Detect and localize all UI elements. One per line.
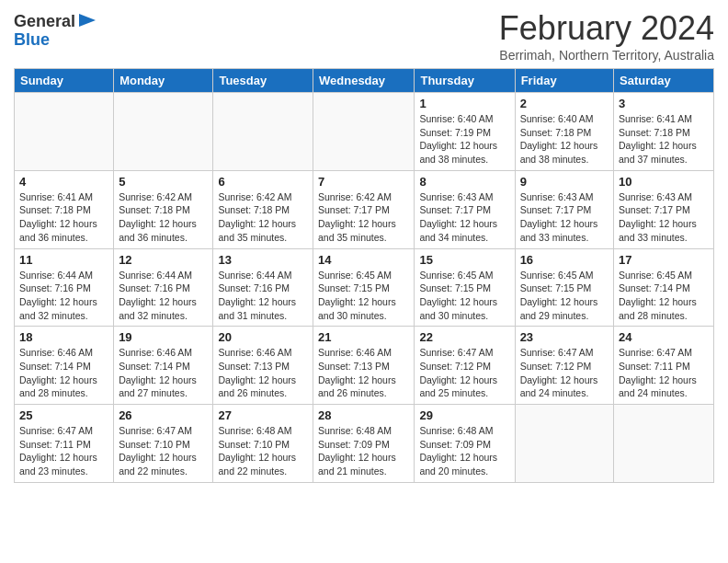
calendar-week-2: 4Sunrise: 6:41 AM Sunset: 7:18 PM Daylig… — [15, 170, 714, 248]
logo-general: General — [14, 13, 75, 31]
calendar-cell — [15, 93, 114, 171]
day-info: Sunrise: 6:41 AM Sunset: 7:18 PM Dayligh… — [619, 112, 709, 167]
day-info: Sunrise: 6:46 AM Sunset: 7:14 PM Dayligh… — [119, 346, 208, 400]
day-info: Sunrise: 6:42 AM Sunset: 7:18 PM Dayligh… — [119, 190, 208, 245]
day-info: Sunrise: 6:43 AM Sunset: 7:17 PM Dayligh… — [520, 190, 609, 245]
day-number: 16 — [520, 253, 609, 267]
calendar-cell: 15Sunrise: 6:45 AM Sunset: 7:15 PM Dayli… — [415, 248, 515, 327]
calendar-cell: 20Sunrise: 6:46 AM Sunset: 7:13 PM Dayli… — [213, 327, 313, 405]
calendar-cell: 22Sunrise: 6:47 AM Sunset: 7:12 PM Dayli… — [415, 327, 515, 405]
day-info: Sunrise: 6:48 AM Sunset: 7:09 PM Dayligh… — [318, 424, 409, 478]
day-number: 21 — [318, 330, 409, 344]
weekday-header-wednesday: Wednesday — [313, 69, 415, 93]
calendar-cell: 4Sunrise: 6:41 AM Sunset: 7:18 PM Daylig… — [15, 170, 114, 248]
day-number: 17 — [619, 253, 709, 267]
header: General Blue February 2024 Berrimah, Nor… — [14, 9, 714, 63]
calendar-cell: 11Sunrise: 6:44 AM Sunset: 7:16 PM Dayli… — [15, 248, 114, 327]
day-info: Sunrise: 6:47 AM Sunset: 7:12 PM Dayligh… — [520, 346, 609, 400]
logo-arrow-icon — [79, 14, 96, 27]
calendar-cell: 3Sunrise: 6:41 AM Sunset: 7:18 PM Daylig… — [614, 93, 714, 171]
day-info: Sunrise: 6:40 AM Sunset: 7:19 PM Dayligh… — [419, 112, 509, 167]
day-info: Sunrise: 6:45 AM Sunset: 7:15 PM Dayligh… — [318, 269, 409, 323]
calendar-cell: 14Sunrise: 6:45 AM Sunset: 7:15 PM Dayli… — [313, 248, 415, 327]
day-info: Sunrise: 6:47 AM Sunset: 7:11 PM Dayligh… — [619, 346, 709, 400]
day-info: Sunrise: 6:47 AM Sunset: 7:11 PM Dayligh… — [19, 424, 108, 478]
calendar-cell: 1Sunrise: 6:40 AM Sunset: 7:19 PM Daylig… — [415, 93, 515, 171]
calendar-week-3: 11Sunrise: 6:44 AM Sunset: 7:16 PM Dayli… — [15, 248, 714, 327]
weekday-header-monday: Monday — [114, 69, 213, 93]
day-number: 4 — [19, 175, 108, 189]
day-info: Sunrise: 6:42 AM Sunset: 7:18 PM Dayligh… — [218, 190, 308, 245]
month-title: February 2024 — [499, 9, 714, 48]
title-area: February 2024 Berrimah, Northern Territo… — [499, 9, 714, 63]
calendar-cell: 8Sunrise: 6:43 AM Sunset: 7:17 PM Daylig… — [415, 170, 515, 248]
calendar-cell — [213, 93, 313, 171]
calendar-cell: 2Sunrise: 6:40 AM Sunset: 7:18 PM Daylig… — [515, 93, 613, 171]
calendar-cell: 9Sunrise: 6:43 AM Sunset: 7:17 PM Daylig… — [515, 170, 613, 248]
day-info: Sunrise: 6:47 AM Sunset: 7:12 PM Dayligh… — [419, 346, 509, 400]
calendar-cell: 5Sunrise: 6:42 AM Sunset: 7:18 PM Daylig… — [114, 170, 213, 248]
calendar-cell: 17Sunrise: 6:45 AM Sunset: 7:14 PM Dayli… — [614, 248, 714, 327]
weekday-header-saturday: Saturday — [614, 69, 714, 93]
calendar-cell — [114, 93, 213, 171]
day-number: 25 — [19, 408, 108, 422]
calendar-cell: 10Sunrise: 6:43 AM Sunset: 7:17 PM Dayli… — [614, 170, 714, 248]
day-number: 20 — [218, 330, 308, 344]
logo-blue: Blue — [14, 31, 50, 50]
day-number: 22 — [419, 330, 509, 344]
calendar-week-5: 25Sunrise: 6:47 AM Sunset: 7:11 PM Dayli… — [15, 405, 714, 483]
calendar-cell: 27Sunrise: 6:48 AM Sunset: 7:10 PM Dayli… — [213, 405, 313, 483]
day-number: 10 — [619, 175, 709, 189]
svg-marker-0 — [79, 14, 96, 27]
calendar-cell: 16Sunrise: 6:45 AM Sunset: 7:15 PM Dayli… — [515, 248, 613, 327]
day-number: 9 — [520, 175, 609, 189]
day-number: 18 — [19, 330, 108, 344]
day-info: Sunrise: 6:45 AM Sunset: 7:15 PM Dayligh… — [520, 269, 609, 323]
day-number: 12 — [119, 253, 208, 267]
day-info: Sunrise: 6:42 AM Sunset: 7:17 PM Dayligh… — [318, 190, 409, 245]
day-number: 23 — [520, 330, 609, 344]
weekday-header-friday: Friday — [515, 69, 613, 93]
calendar-cell — [313, 93, 415, 171]
day-number: 6 — [218, 175, 308, 189]
calendar-cell: 18Sunrise: 6:46 AM Sunset: 7:14 PM Dayli… — [15, 327, 114, 405]
calendar-cell: 29Sunrise: 6:48 AM Sunset: 7:09 PM Dayli… — [415, 405, 515, 483]
day-info: Sunrise: 6:41 AM Sunset: 7:18 PM Dayligh… — [19, 190, 108, 245]
calendar-cell: 24Sunrise: 6:47 AM Sunset: 7:11 PM Dayli… — [614, 327, 714, 405]
day-info: Sunrise: 6:48 AM Sunset: 7:09 PM Dayligh… — [419, 424, 509, 478]
calendar-week-4: 18Sunrise: 6:46 AM Sunset: 7:14 PM Dayli… — [15, 327, 714, 405]
day-number: 19 — [119, 330, 208, 344]
day-number: 13 — [218, 253, 308, 267]
day-info: Sunrise: 6:43 AM Sunset: 7:17 PM Dayligh… — [619, 190, 709, 245]
day-info: Sunrise: 6:47 AM Sunset: 7:10 PM Dayligh… — [119, 424, 208, 478]
calendar-cell: 25Sunrise: 6:47 AM Sunset: 7:11 PM Dayli… — [15, 405, 114, 483]
calendar-cell — [515, 405, 613, 483]
day-info: Sunrise: 6:45 AM Sunset: 7:15 PM Dayligh… — [419, 269, 509, 323]
day-number: 15 — [419, 253, 509, 267]
calendar-cell: 23Sunrise: 6:47 AM Sunset: 7:12 PM Dayli… — [515, 327, 613, 405]
location-subtitle: Berrimah, Northern Territory, Australia — [499, 48, 714, 63]
day-info: Sunrise: 6:40 AM Sunset: 7:18 PM Dayligh… — [520, 112, 609, 167]
day-number: 5 — [119, 175, 208, 189]
calendar-week-1: 1Sunrise: 6:40 AM Sunset: 7:19 PM Daylig… — [15, 93, 714, 171]
calendar-table: SundayMondayTuesdayWednesdayThursdayFrid… — [14, 68, 714, 483]
day-number: 29 — [419, 408, 509, 422]
day-info: Sunrise: 6:46 AM Sunset: 7:13 PM Dayligh… — [218, 346, 308, 400]
day-number: 24 — [619, 330, 709, 344]
calendar-cell — [614, 405, 714, 483]
calendar-cell: 21Sunrise: 6:46 AM Sunset: 7:13 PM Dayli… — [313, 327, 415, 405]
calendar-cell: 13Sunrise: 6:44 AM Sunset: 7:16 PM Dayli… — [213, 248, 313, 327]
calendar-cell: 6Sunrise: 6:42 AM Sunset: 7:18 PM Daylig… — [213, 170, 313, 248]
day-number: 14 — [318, 253, 409, 267]
day-number: 26 — [119, 408, 208, 422]
day-info: Sunrise: 6:44 AM Sunset: 7:16 PM Dayligh… — [119, 269, 208, 323]
weekday-header-tuesday: Tuesday — [213, 69, 313, 93]
day-info: Sunrise: 6:43 AM Sunset: 7:17 PM Dayligh… — [419, 190, 509, 245]
weekday-header-sunday: Sunday — [15, 69, 114, 93]
day-number: 8 — [419, 175, 509, 189]
logo: General Blue — [14, 9, 96, 50]
day-number: 1 — [419, 97, 509, 110]
calendar-cell: 28Sunrise: 6:48 AM Sunset: 7:09 PM Dayli… — [313, 405, 415, 483]
day-number: 27 — [218, 408, 308, 422]
day-info: Sunrise: 6:48 AM Sunset: 7:10 PM Dayligh… — [218, 424, 308, 478]
